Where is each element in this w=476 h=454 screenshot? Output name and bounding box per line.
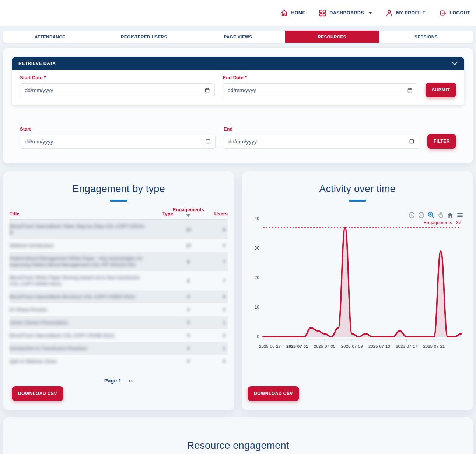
pagination: Page 1 ›› [3, 377, 234, 384]
table-row[interactable]: Introduction to Transfusion Practices01 [10, 342, 228, 355]
download-csv-button-engagement[interactable]: DOWNLOAD CSV [12, 386, 63, 401]
table-row[interactable]: James Davies Presentation01 [10, 316, 228, 329]
table-row[interactable]: Dr Shane Rossini00 [10, 303, 228, 316]
row-engagements: 0 [173, 342, 204, 355]
zoom-in-icon[interactable] [408, 212, 415, 220]
table-row[interactable]: Webinar Introduction100 [10, 239, 228, 252]
row-users: 0 [204, 329, 228, 342]
chevron-down-icon[interactable] [452, 60, 458, 67]
row-engagements: 8 [173, 274, 204, 287]
row-engagements: 0 [173, 316, 204, 329]
row-type [147, 332, 173, 339]
x-tick-label: 2025-07-01 [286, 344, 308, 349]
chevron-down-icon [368, 12, 372, 14]
tab-bar: ATTENDANCE REGISTERED USERS PAGE VIEWS R… [3, 31, 473, 43]
calendar-icon[interactable] [204, 87, 210, 94]
calendar-icon[interactable] [407, 87, 413, 94]
user-icon [385, 9, 393, 17]
nav-dashboards-label: DASHBOARDS [329, 10, 364, 15]
calendar-icon[interactable] [409, 138, 414, 145]
menu-icon[interactable] [456, 212, 463, 220]
retrieve-data-body: Start Date * dd/mm/yyyy End [12, 70, 464, 105]
row-engagements: 0 [173, 290, 204, 303]
activity-chart[interactable]: 0102030402025-06-272025-07-012025-07-052… [248, 213, 467, 354]
nav-home[interactable]: HOME [280, 9, 305, 17]
row-title: BloodTrack HaemoBank Brochure CSL-COPY-0… [10, 290, 147, 303]
tab-registered-users[interactable]: REGISTERED USERS [97, 31, 191, 43]
engagement-by-type-card: Engagement by type Title Type Engagement… [3, 171, 234, 410]
filter-start-field-group: Start dd/mm/yyyy [20, 126, 216, 149]
row-engagements: 0 [173, 355, 204, 368]
filter-start-label: Start [20, 126, 216, 132]
y-tick-label: 40 [255, 216, 260, 221]
tab-page-views[interactable]: PAGE VIEWS [191, 31, 285, 43]
table-row[interactable]: BloodTrack HaemoBank Brochure CSL-COPY-0… [10, 290, 228, 303]
tab-attendance[interactable]: ATTENDANCE [3, 31, 97, 43]
tab-resources[interactable]: RESOURCES [285, 31, 379, 43]
zoom-out-icon[interactable] [418, 212, 425, 220]
table-row[interactable]: Patient Blood Management White Paper - K… [10, 252, 228, 271]
filter-end-input[interactable]: dd/mm/yyyy [224, 135, 419, 149]
column-header-type[interactable]: Type [147, 211, 173, 219]
row-users: 0 [204, 303, 228, 316]
sort-desc-icon [186, 214, 190, 217]
table-row[interactable]: Q&A & Webinar Close00 [10, 355, 228, 368]
row-engagements: 10 [173, 223, 204, 236]
row-title: Dr Shane Rossini [10, 303, 147, 316]
nav-my-profile[interactable]: MY PROFILE [385, 9, 426, 17]
chart-toolbar [408, 211, 463, 220]
row-type [147, 294, 173, 300]
submit-button[interactable]: SUBMIT [426, 83, 456, 97]
filter-end-placeholder: dd/mm/yyyy [228, 139, 257, 145]
filter-section: RETRIEVE DATA Start Date * dd/mm/yyyy [3, 48, 473, 163]
calendar-icon[interactable] [205, 138, 211, 145]
filter-start-input[interactable]: dd/mm/yyyy [20, 135, 216, 149]
nav-my-profile-label: MY PROFILE [396, 10, 426, 15]
engagement-card-title: Engagement by type [3, 183, 234, 195]
engagement-table-body: BloodTrack HaemoBank Video Step by Step … [10, 220, 228, 368]
row-type [147, 358, 173, 365]
next-page-link[interactable]: ›› [129, 377, 133, 384]
end-date-input[interactable]: dd/mm/yyyy [223, 83, 418, 97]
series-line [263, 228, 461, 337]
row-users: 8 [204, 223, 228, 236]
row-users: 1 [204, 316, 228, 329]
column-header-title[interactable]: Title [10, 211, 147, 219]
annotation-label: Engagements - 37 [424, 220, 461, 225]
table-row[interactable]: BloodTrack White Paper Moving toward err… [10, 271, 228, 290]
row-title: Introduction to Transfusion Practices [10, 342, 147, 355]
row-type [147, 306, 173, 313]
pan-icon[interactable] [437, 212, 444, 220]
table-row[interactable]: BloodTrack HaemoBank Video Step by Step … [10, 220, 228, 239]
tab-sessions[interactable]: SESSIONS [379, 31, 473, 43]
column-header-users[interactable]: Users [204, 211, 228, 219]
required-marker: * [245, 74, 246, 80]
row-title: Q&A & Webinar Close [10, 355, 147, 368]
row-engagements: 8 [173, 255, 204, 268]
reset-home-icon[interactable] [447, 212, 454, 220]
y-tick-label: 20 [255, 275, 260, 280]
home-icon [280, 9, 288, 17]
y-tick-label: 0 [257, 334, 259, 339]
selection-zoom-icon[interactable] [427, 211, 435, 220]
activity-card-title: Activity over time [242, 183, 473, 195]
nav-dashboards[interactable]: DASHBOARDS [319, 9, 372, 17]
nav-logout[interactable]: LOGOUT [439, 9, 470, 17]
resource-engagement-title: Resource engagement [3, 440, 473, 451]
filter-start-placeholder: dd/mm/yyyy [25, 139, 53, 145]
start-date-input[interactable]: dd/mm/yyyy [20, 83, 215, 97]
column-header-engagements[interactable]: Engagements [173, 207, 204, 219]
start-date-field-group: Start Date * dd/mm/yyyy [20, 74, 215, 97]
cards-row: Engagement by type Title Type Engagement… [3, 171, 473, 410]
x-tick-label: 2025-07-09 [341, 344, 363, 349]
activity-chart-wrap: 0102030402025-06-272025-07-012025-07-052… [248, 213, 469, 355]
filter-button[interactable]: FILTER [427, 134, 456, 149]
x-tick-label: 2025-06-27 [259, 344, 281, 349]
table-row[interactable]: BloodTrack HaemoBank CSL-COPY-00088-ID(A… [10, 329, 228, 342]
secondary-filter-row: Start dd/mm/yyyy End dd/mm/yyyy [12, 126, 464, 149]
retrieve-data-title: RETRIEVE DATA [18, 61, 56, 66]
retrieve-data-header[interactable]: RETRIEVE DATA [12, 57, 464, 70]
download-csv-button-activity[interactable]: DOWNLOAD CSV [248, 386, 299, 401]
activity-over-time-card: Activity over time [242, 171, 473, 410]
row-title: BloodTrack HaemoBank Video Step by Step … [10, 220, 147, 239]
